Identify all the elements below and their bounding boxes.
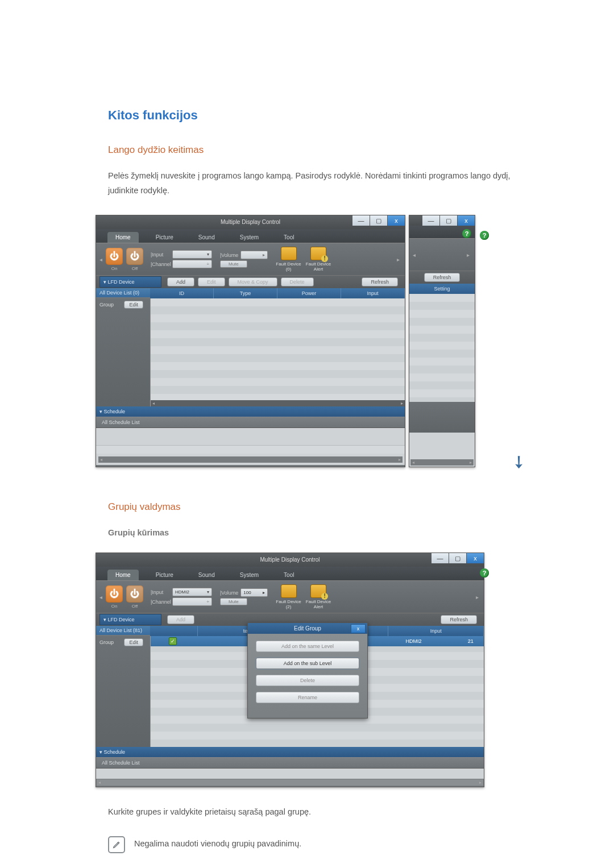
all-device-list-header[interactable]: All Device List (0) — [96, 288, 150, 297]
row-input-value: HDMI2 — [370, 638, 458, 644]
note-text: Negalima naudoti vienodų grupių pavadini… — [134, 836, 301, 851]
tab-home-2[interactable]: Home — [107, 570, 139, 580]
col-input-2: Input — [388, 626, 484, 636]
edit-button[interactable]: Edit — [198, 277, 225, 286]
input-dropdown[interactable] — [172, 250, 212, 259]
power-on-label: On — [104, 266, 125, 271]
volume-label-2: |Volume — [220, 590, 238, 596]
col-chk — [150, 626, 198, 636]
fault-alert-icon[interactable] — [310, 247, 326, 260]
side-maximize-button[interactable]: ▢ — [440, 215, 457, 226]
side-minimize-button[interactable]: — — [422, 215, 439, 226]
side-right-arrow-icon[interactable]: ▸ — [467, 252, 471, 258]
screenshot-resize: Multiple Display Control — ▢ x ? Home Pi… — [96, 215, 493, 467]
popup-add-sub-button[interactable]: Add on the sub Level — [256, 658, 359, 669]
refresh-button-2[interactable]: Refresh — [441, 615, 477, 624]
close-button-2[interactable]: x — [467, 553, 484, 563]
help-icon[interactable]: ? — [480, 231, 489, 240]
window-title: Multiple Display Control — [221, 219, 280, 225]
tab-system-2[interactable]: System — [232, 570, 267, 580]
device-grid — [150, 298, 405, 406]
fault-device-label-2: Fault Device — [276, 599, 301, 604]
col-id: ID — [150, 288, 214, 298]
schedule-header[interactable]: Schedule — [96, 406, 405, 417]
channel-stepper-2[interactable] — [172, 597, 212, 606]
fault-device-icon-2[interactable] — [281, 584, 297, 598]
input-label-2: |Input — [151, 589, 172, 595]
add-button[interactable]: Add — [167, 277, 194, 286]
side-grid — [409, 294, 475, 402]
tab-sound-2[interactable]: Sound — [190, 570, 223, 580]
popup-delete-button[interactable]: Delete — [256, 675, 359, 686]
input-dropdown-2[interactable]: HDMI2 — [172, 588, 212, 596]
minimize-button[interactable]: — — [352, 215, 370, 226]
fault-alert-label: Fault Device — [306, 261, 331, 267]
toolbar-right-arrow-icon[interactable]: ▸ — [397, 256, 401, 263]
fault-alert-label-2: Fault Device — [306, 599, 331, 604]
action-row: LFD Device Add Edit Move & Copy Delete R… — [96, 275, 405, 288]
lfd-device-header[interactable]: LFD Device — [99, 276, 161, 288]
side-refresh-button[interactable]: Refresh — [424, 273, 460, 282]
note-icon — [108, 836, 125, 853]
tab-picture-2[interactable]: Picture — [148, 570, 181, 580]
group-label-2: Group — [99, 639, 114, 645]
group-label: Group — [99, 302, 114, 308]
row-check-icon[interactable]: ✓ — [169, 637, 177, 645]
outer-h-scrollbar-2[interactable] — [97, 779, 483, 786]
tab-system[interactable]: System — [232, 232, 267, 243]
tab-tool-2[interactable]: Tool — [276, 570, 302, 580]
group-edit-button[interactable]: Edit — [124, 301, 143, 309]
all-schedule-list-2[interactable]: All Schedule List — [96, 757, 484, 769]
side-left-arrow-icon[interactable]: ◂ — [413, 252, 417, 258]
popup-rename-button[interactable]: Rename — [256, 692, 359, 703]
channel-stepper[interactable] — [172, 260, 212, 268]
add-button-2[interactable]: Add — [167, 615, 194, 624]
groups-subheading: Grupių kūrimas — [108, 525, 523, 540]
fault-alert-icon-2[interactable] — [310, 584, 326, 598]
maximize-button[interactable]: ▢ — [370, 215, 387, 226]
popup-add-same-button[interactable]: Add on the same Level — [256, 641, 359, 652]
power-off-button[interactable]: ⏻ — [126, 248, 143, 265]
help-icon-2[interactable]: ? — [480, 568, 489, 578]
group-edit-button-2[interactable]: Edit — [124, 638, 143, 646]
power-off-button-2[interactable]: ⏻ — [126, 585, 143, 603]
mute-button-2[interactable]: Mute — [220, 598, 247, 605]
menu-bar: Home Picture Sound System Tool — [96, 229, 405, 243]
mute-button[interactable]: Mute — [220, 260, 247, 268]
power-on-button[interactable]: ⏻ — [106, 248, 123, 265]
tab-sound[interactable]: Sound — [190, 232, 223, 243]
volume-input-2[interactable]: 100▸ — [240, 588, 268, 597]
col-power: Power — [277, 288, 341, 298]
power-on-button-2[interactable]: ⏻ — [106, 585, 123, 603]
schedule-header-2[interactable]: Schedule — [96, 747, 484, 757]
all-device-list-header-2[interactable]: All Device List (81) — [96, 626, 150, 635]
maximize-button-2[interactable]: ▢ — [449, 553, 466, 563]
tab-tool[interactable]: Tool — [276, 232, 302, 243]
tab-picture[interactable]: Picture — [148, 232, 181, 243]
toolbar-left-arrow-icon[interactable]: ◂ — [99, 256, 104, 263]
col-type: Type — [214, 288, 277, 298]
grid-h-scrollbar[interactable] — [151, 400, 405, 406]
toolbar-left-arrow-icon-2[interactable]: ◂ — [99, 594, 104, 600]
move-copy-button[interactable]: Move & Copy — [229, 277, 277, 286]
close-button[interactable]: x — [388, 215, 405, 226]
side-help-icon[interactable]: ? — [462, 229, 471, 238]
toolbar-right-arrow-icon-2[interactable]: ▸ — [476, 594, 480, 600]
minimize-button-2[interactable]: — — [432, 553, 449, 563]
window-titlebar-2: Multiple Display Control — ▢ x — [96, 553, 484, 567]
resize-heading: Lango dydžio keitimas — [108, 144, 523, 156]
lfd-device-header-2[interactable]: LFD Device — [99, 614, 161, 625]
refresh-button[interactable]: Refresh — [362, 277, 398, 286]
resize-body: Pelės žymeklį nuveskite į programos lang… — [108, 168, 523, 198]
all-schedule-list[interactable]: All Schedule List — [96, 417, 405, 428]
popup-close-button[interactable]: x — [351, 624, 366, 633]
status-strip — [96, 445, 405, 454]
fault-device-icon[interactable] — [281, 247, 297, 260]
delete-button[interactable]: Delete — [281, 277, 314, 286]
groups-heading: Grupių valdymas — [108, 501, 523, 513]
side-close-button[interactable]: x — [458, 215, 475, 226]
outer-h-scrollbar[interactable] — [98, 456, 403, 463]
tab-home[interactable]: Home — [107, 232, 139, 243]
side-h-scrollbar[interactable] — [410, 459, 474, 466]
volume-input[interactable]: ▸ — [240, 251, 268, 259]
